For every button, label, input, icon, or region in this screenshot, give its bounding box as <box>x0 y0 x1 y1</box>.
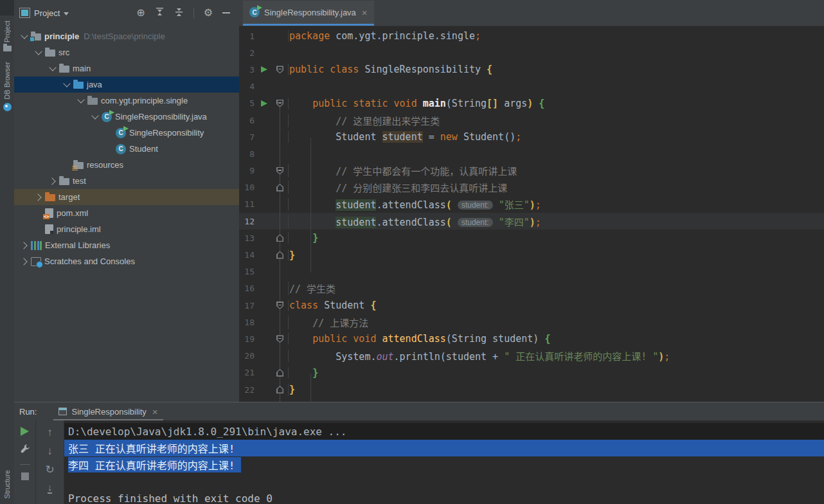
run-tab[interactable]: SingleResponsibility × <box>53 402 163 420</box>
tree-item-com-ygt-principle-single[interactable]: com.ygt.principle.single <box>14 93 239 109</box>
fold-start-icon[interactable] <box>276 100 283 107</box>
line-number[interactable]: 8 <box>239 149 257 159</box>
up-arrow-icon[interactable]: ↑ <box>47 427 53 438</box>
line-number[interactable]: 22 <box>239 385 257 395</box>
line-number[interactable]: 20 <box>239 351 257 361</box>
stripe-button-db-browser[interactable]: DB Browser <box>0 57 14 116</box>
tree-item-src[interactable]: src <box>14 44 239 60</box>
restore-icon[interactable]: ↻ <box>45 464 54 475</box>
run-line-icon[interactable] <box>261 66 267 73</box>
stop-icon[interactable] <box>21 473 29 480</box>
code-token: // 上课方法 <box>312 318 368 329</box>
chevron-down-icon[interactable] <box>35 48 42 55</box>
line-number[interactable]: 14 <box>239 250 257 260</box>
locate-icon[interactable]: ⊕ <box>136 8 145 18</box>
line-number[interactable]: 21 <box>239 368 257 377</box>
rerun-icon[interactable] <box>21 427 29 436</box>
scroll-to-end-icon[interactable]: ↓ <box>48 483 53 494</box>
tree-item-target[interactable]: target <box>14 189 239 205</box>
hide-icon[interactable] <box>222 12 230 14</box>
tree-item-scratches-and-consoles[interactable]: Scratches and Consoles <box>14 253 239 269</box>
down-arrow-icon[interactable]: ↓ <box>47 446 53 456</box>
fold-start-icon[interactable] <box>276 302 283 309</box>
gutter-fold-slot <box>271 369 288 377</box>
fold-end-icon[interactable] <box>276 369 283 377</box>
code-line: 15 <box>239 264 824 280</box>
fold-end-icon[interactable] <box>276 234 283 242</box>
chevron-down-icon[interactable] <box>49 64 56 71</box>
code-line: 18 // 上课方法 <box>239 314 824 330</box>
line-number[interactable]: 10 <box>239 183 257 192</box>
chevron-right-icon[interactable] <box>20 258 27 265</box>
settings-icon[interactable]: ⚙ <box>204 8 213 18</box>
folder-icon <box>59 178 69 185</box>
fold-start-icon[interactable] <box>276 167 283 175</box>
code-token: Student() <box>458 131 515 143</box>
console-line: Process finished with exit code 0 <box>64 490 824 504</box>
close-icon[interactable]: × <box>152 408 158 416</box>
chevron-down-icon[interactable] <box>63 80 70 87</box>
collapse-all-icon[interactable] <box>174 7 184 19</box>
tree-item-label: External Libraries <box>45 240 110 250</box>
tree-item-main[interactable]: main <box>14 60 239 76</box>
stripe-button-structure[interactable]: Structure <box>0 465 14 504</box>
code-token: ( <box>446 217 452 228</box>
chevron-down-icon[interactable] <box>64 12 69 15</box>
code-token: } <box>312 367 318 379</box>
fold-start-icon[interactable] <box>276 335 283 343</box>
code-text: } <box>288 249 824 261</box>
line-number[interactable]: 3 <box>239 65 257 75</box>
code-token: ; <box>664 351 670 363</box>
chevron-down-icon[interactable] <box>91 112 98 119</box>
line-number[interactable]: 16 <box>239 284 257 293</box>
console-output[interactable]: D:\develop\Java\jdk1.8.0_291\bin\java.ex… <box>64 420 824 504</box>
gutter-fold-slot <box>271 66 288 73</box>
chevron-right-icon[interactable] <box>20 242 27 249</box>
tree-item-label: SingleResponsibility.java <box>115 112 207 122</box>
tree-item-principle-iml[interactable]: principle.iml <box>14 221 239 237</box>
fold-end-icon[interactable] <box>276 386 283 393</box>
close-icon[interactable]: × <box>362 8 368 17</box>
line-number[interactable]: 5 <box>239 98 257 108</box>
fold-end-icon[interactable] <box>276 184 283 192</box>
chevron-down-icon[interactable] <box>77 96 84 103</box>
project-title[interactable]: Project <box>34 8 60 18</box>
tree-arrow-slot <box>18 259 31 264</box>
fold-end-icon[interactable] <box>276 251 283 259</box>
run-line-icon[interactable] <box>261 100 267 107</box>
tree-item-principle[interactable]: principleD:\testSpace\principle <box>14 28 239 44</box>
line-number[interactable]: 17 <box>239 301 257 310</box>
editor-tab[interactable]: SingleResponsibility.java × <box>243 1 374 26</box>
expand-all-icon[interactable] <box>155 7 165 19</box>
tree-item-pom-xml[interactable]: pom.xml <box>14 205 239 221</box>
tree-item-external-libraries[interactable]: External Libraries <box>14 237 239 253</box>
tree-item-resources[interactable]: resources <box>14 157 239 173</box>
tree-item-java[interactable]: java <box>14 76 239 93</box>
line-number[interactable]: 1 <box>239 32 257 41</box>
class-run-icon <box>249 7 260 17</box>
line-number[interactable]: 18 <box>239 318 257 327</box>
fold-start-icon[interactable] <box>276 66 283 73</box>
wrench-icon[interactable] <box>20 444 30 456</box>
chevron-right-icon[interactable] <box>48 177 55 184</box>
tree-item-student[interactable]: Student <box>14 141 239 157</box>
line-number[interactable]: 7 <box>239 132 257 142</box>
editor-body[interactable]: 1package com.ygt.principle.single;23publ… <box>239 26 824 402</box>
line-number[interactable]: 6 <box>239 116 257 125</box>
line-number[interactable]: 11 <box>239 199 257 209</box>
code-token: args <box>498 98 527 109</box>
line-number[interactable]: 2 <box>239 48 257 58</box>
line-number[interactable]: 13 <box>239 233 257 243</box>
tree-item-test[interactable]: test <box>14 173 239 189</box>
tree-item-singleresponsibility[interactable]: SingleResponsibility <box>14 125 239 141</box>
stripe-button-project[interactable]: Project <box>0 15 14 57</box>
chevron-down-icon[interactable] <box>21 32 28 39</box>
line-number[interactable]: 15 <box>239 267 257 276</box>
line-number[interactable]: 9 <box>239 166 257 176</box>
chevron-right-icon[interactable] <box>34 194 41 201</box>
line-number[interactable]: 12 <box>239 217 257 226</box>
line-number[interactable]: 19 <box>239 334 257 344</box>
code-text: public class SingleResponsibility { <box>288 64 824 75</box>
line-number[interactable]: 4 <box>239 82 257 91</box>
tree-item-singleresponsibility-java[interactable]: SingleResponsibility.java <box>14 109 239 125</box>
